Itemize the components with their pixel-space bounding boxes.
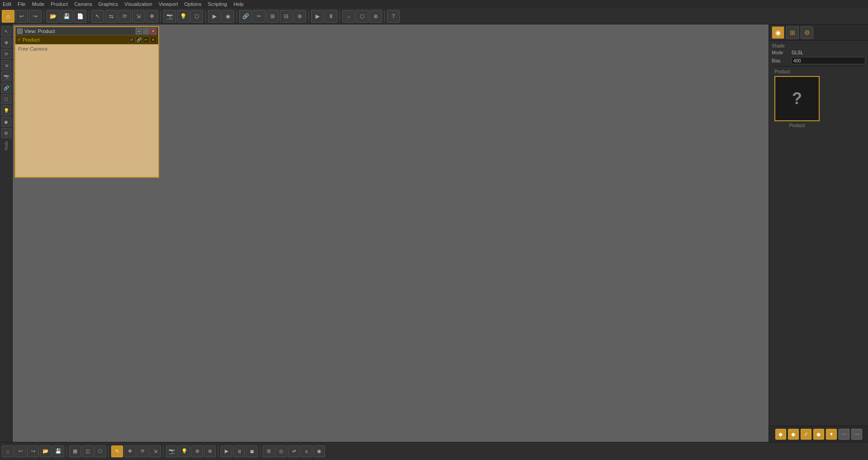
toolbar-light-btn[interactable]: 💡: [177, 10, 189, 23]
menu-file[interactable]: File: [18, 1, 26, 7]
rpb-star-btn[interactable]: ✦: [826, 429, 837, 440]
toolbar-camera-btn[interactable]: 📷: [163, 10, 176, 23]
menu-mode[interactable]: Mode: [32, 1, 45, 7]
bt-grid-btn[interactable]: ▦: [69, 446, 81, 457]
tab-refresh-btn[interactable]: ↺: [128, 37, 135, 43]
left-sidebar: ↖ ✥ ⟳ ⇲ 📷 🔗 ⬡ 💡 ◉ ⚙ Tools: [0, 24, 13, 442]
window-minimize-btn[interactable]: ─: [136, 28, 142, 34]
toolbar-select-btn[interactable]: ↖: [91, 10, 104, 23]
main-viewport-area[interactable]: View: Product ─ □ ✕ ✓ Product ↺ 🔗 ✂ ✕ Fr…: [13, 24, 769, 442]
window-maximize-btn[interactable]: □: [143, 28, 149, 34]
bt-snap-btn[interactable]: ⊞: [263, 446, 274, 457]
sidebar-link-btn[interactable]: 🔗: [1, 83, 11, 93]
toolbar-move-btn[interactable]: ✥: [146, 10, 158, 23]
viewport-canvas[interactable]: Free Camera: [15, 44, 158, 177]
sidebar-light-btn[interactable]: 💡: [1, 105, 11, 115]
bt-align-btn[interactable]: ≡: [301, 446, 312, 457]
shade-bias-row: Bias: [772, 57, 865, 64]
toolbar-redo-btn[interactable]: ↪: [29, 10, 42, 23]
rp-grid-btn[interactable]: ⊞: [786, 26, 799, 39]
bt-move-btn[interactable]: ✥: [124, 446, 136, 457]
bt-mirror-btn[interactable]: ⇌: [288, 446, 300, 457]
viewport-tab-product[interactable]: ✓ Product: [17, 37, 40, 43]
toolbar-extra5-btn[interactable]: ⬡: [356, 10, 368, 23]
rpb-diamond3-btn[interactable]: ◆: [813, 429, 824, 440]
bt-magnet-btn[interactable]: ◎: [275, 446, 287, 457]
tab-link-btn[interactable]: 🔗: [136, 37, 142, 43]
sidebar-move-btn[interactable]: ✥: [1, 38, 11, 47]
toolbar-help-btn[interactable]: ?: [387, 10, 400, 23]
bt-redo-btn[interactable]: ↪: [27, 446, 39, 457]
shade-bias-label: Bias: [772, 58, 790, 63]
toolbar-extra2-btn[interactable]: ⊟: [280, 10, 292, 23]
menu-help[interactable]: Help: [233, 1, 244, 7]
sidebar-render-btn[interactable]: ◉: [1, 117, 11, 127]
bt-undo-btn[interactable]: ↩: [14, 446, 26, 457]
toolbar-extra4-btn[interactable]: ⬦: [342, 10, 355, 23]
bt-render-btn[interactable]: ◉: [313, 446, 325, 457]
sidebar-mesh-btn[interactable]: ⬡: [1, 94, 11, 104]
menu-camera[interactable]: Camera: [74, 1, 92, 7]
toolbar-extra6-btn[interactable]: ⊗: [369, 10, 382, 23]
toolbar-extra3-btn[interactable]: ⊕: [293, 10, 306, 23]
toolbar-play-btn[interactable]: ▶: [311, 10, 324, 23]
shade-bias-input[interactable]: [792, 57, 865, 64]
toolbar-undo-btn[interactable]: ↩: [15, 10, 28, 23]
sidebar-rotate-btn[interactable]: ⟳: [1, 49, 11, 59]
bt-camera-btn[interactable]: 📷: [166, 446, 178, 457]
bt-scale-btn[interactable]: ⇲: [149, 446, 161, 457]
toolbar-mesh-btn[interactable]: ⬡: [190, 10, 203, 23]
menu-options[interactable]: Options: [184, 1, 201, 7]
bt-home-btn[interactable]: ⌂: [2, 446, 14, 457]
camera-label: Free Camera: [18, 46, 47, 52]
bt-play-btn[interactable]: ▶: [221, 446, 232, 457]
toolbar-extra1-btn[interactable]: ⊞: [266, 10, 279, 23]
viewport-titlebar[interactable]: View: Product ─ □ ✕: [15, 27, 158, 35]
tab-close-btn[interactable]: ✕: [150, 37, 156, 43]
toolbar-render-btn[interactable]: ▶: [208, 10, 221, 23]
rp-settings-btn[interactable]: ⚙: [801, 26, 813, 39]
menu-viewport[interactable]: Viewport: [159, 1, 178, 7]
menu-product[interactable]: Product: [51, 1, 68, 7]
bt-select-btn[interactable]: ↖: [111, 446, 123, 457]
bt-mesh-btn[interactable]: ⬡: [94, 446, 106, 457]
toolbar-preview-btn[interactable]: ◉: [222, 10, 234, 23]
product-preview-box[interactable]: ?: [774, 76, 820, 121]
bt-stop-btn[interactable]: ⏹: [246, 446, 258, 457]
bt-sep-4: [218, 446, 218, 457]
menu-edit[interactable]: Edit: [3, 1, 11, 7]
rpb-more2-btn[interactable]: ⋯: [851, 429, 862, 440]
toolbar-link-btn[interactable]: 🔗: [239, 10, 252, 23]
bt-delete-btn[interactable]: ⊗: [204, 446, 216, 457]
toolbar-scale-btn[interactable]: ⇲: [132, 10, 145, 23]
bt-pause-btn[interactable]: ⏸: [233, 446, 245, 457]
sidebar-select-btn[interactable]: ↖: [1, 26, 11, 36]
menu-scripting[interactable]: Scripting: [208, 1, 227, 7]
toolbar-open-btn[interactable]: 📂: [47, 10, 59, 23]
toolbar-frame-btn[interactable]: ⏸: [325, 10, 337, 23]
toolbar-cut-btn[interactable]: ✂: [253, 10, 265, 23]
rpb-check-btn[interactable]: ✓: [801, 429, 811, 440]
bt-light-btn[interactable]: 💡: [179, 446, 190, 457]
toolbar-save-btn[interactable]: 💾: [60, 10, 73, 23]
rp-sphere-btn[interactable]: ◉: [772, 26, 784, 39]
bt-open-btn[interactable]: 📂: [40, 446, 52, 457]
rpb-diamond1-btn[interactable]: ◆: [775, 429, 786, 440]
menu-visualization[interactable]: Visualization: [124, 1, 152, 7]
bt-frame-btn[interactable]: ◫: [82, 446, 94, 457]
bt-save-btn[interactable]: 💾: [52, 446, 64, 457]
toolbar-home-btn[interactable]: ⌂: [2, 10, 14, 23]
sidebar-camera-btn[interactable]: 📷: [1, 71, 11, 81]
toolbar-new-btn[interactable]: 📄: [74, 10, 86, 23]
window-close-btn[interactable]: ✕: [150, 28, 156, 34]
menu-graphics[interactable]: Graphics: [98, 1, 118, 7]
tab-cut-btn[interactable]: ✂: [143, 37, 149, 43]
sidebar-settings-btn[interactable]: ⚙: [1, 128, 11, 138]
rpb-more1-btn[interactable]: ⋯: [839, 429, 849, 440]
bt-add-btn[interactable]: ⊕: [191, 446, 203, 457]
toolbar-rotate-btn[interactable]: ⟳: [118, 10, 131, 23]
bt-rotate-btn[interactable]: ⟳: [137, 446, 148, 457]
rpb-diamond2-btn[interactable]: ◆: [788, 429, 799, 440]
toolbar-transform-btn[interactable]: ⇆: [105, 10, 118, 23]
sidebar-scale-btn[interactable]: ⇲: [1, 60, 11, 70]
